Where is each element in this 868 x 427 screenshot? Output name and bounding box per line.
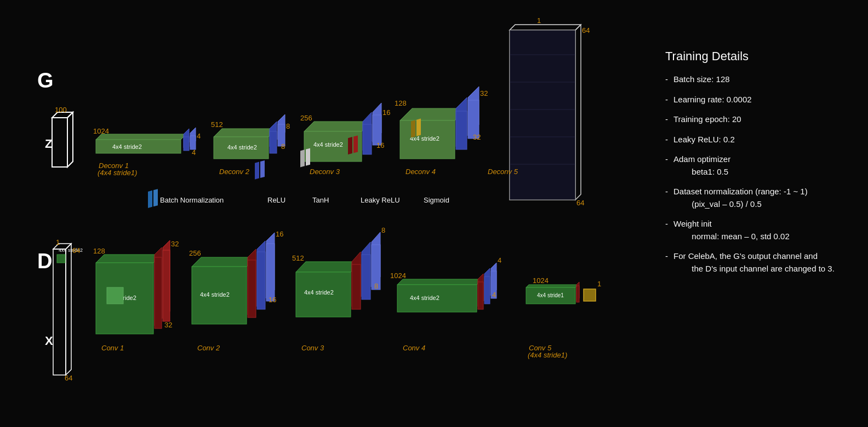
training-detail-item: Dataset normalization (range: -1 ~ 1) (p… [665,186,852,210]
main-container: G Z 100 4x4 stride2 [0,0,868,427]
svg-marker-73 [66,244,71,375]
svg-rect-57 [153,189,158,206]
svg-rect-60 [260,160,265,178]
svg-rect-24 [363,124,372,154]
svg-marker-104 [296,262,361,272]
svg-text:(4x4 stride1): (4x4 stride1) [528,351,567,359]
svg-text:256: 256 [300,114,312,122]
svg-rect-68 [411,120,415,137]
svg-rect-82 [155,257,162,328]
svg-text:1: 1 [597,280,601,288]
svg-marker-79 [96,255,162,263]
deconv4-block: 4x4 stride2 128 32 32 Deconv 4 [395,86,488,176]
svg-text:256: 256 [189,249,201,257]
svg-rect-134 [584,289,596,301]
deconv1-subtitle: (4x4 stride1) [98,169,137,177]
svg-text:16: 16 [276,230,283,238]
conv1-block: 4x4 stride2 128 32 32 Conv 1 [93,240,179,352]
svg-rect-74 [57,255,65,263]
svg-text:4x4 stride2: 4x4 stride2 [200,291,230,298]
svg-text:16: 16 [269,296,276,304]
training-details-title: Training Details [665,49,852,64]
svg-marker-10 [214,129,277,137]
svg-text:128: 128 [93,247,105,255]
svg-text:4: 4 [498,256,501,264]
svg-rect-98 [266,244,275,301]
svg-text:4x4 stride2: 4x4 stride2 [304,289,334,296]
svg-text:ReLU: ReLU [267,196,285,204]
svg-rect-120 [478,282,483,309]
deconv1-1024: 1024 [93,127,109,135]
svg-text:Deconv 3: Deconv 3 [310,168,340,176]
svg-marker-91 [192,257,256,267]
svg-text:Leaky ReLU: Leaky ReLU [361,196,400,204]
z-input-box: 100 [52,106,73,167]
z-label: Z [45,137,52,151]
conv4-block: 4x4 stride2 1024 4 4 Conv 4 [390,256,501,352]
deconv3-block: 4x4 stride2 256 16 16 Deconv 3 [300,103,390,176]
svg-text:16: 16 [382,108,390,117]
svg-rect-69 [416,119,421,136]
deconv1-4w: 4 [197,132,201,140]
svg-text:4: 4 [492,291,496,299]
svg-text:Batch Normalization: Batch Normalization [160,196,224,204]
svg-text:1024: 1024 [390,272,406,280]
svg-text:8: 8 [381,226,385,234]
svg-text:512: 512 [292,254,304,262]
deconv1-block: 4x4 stride2 1024 4 4 Deconv 1 (4x4 strid… [93,127,201,177]
svg-rect-65 [348,137,352,154]
training-detail-item: Learning rate: 0.0002 [665,94,852,106]
svg-text:32: 32 [473,133,481,141]
g-label: G [37,69,54,92]
svg-marker-130 [526,285,578,287]
svg-text:Deconv 5: Deconv 5 [488,168,518,176]
svg-text:4x4 stride1: 4x4 stride1 [537,292,564,298]
svg-text:128: 128 [395,99,407,107]
svg-text:1: 1 [56,238,60,246]
svg-rect-133 [576,286,579,302]
svg-text:TanH: TanH [312,196,329,204]
svg-rect-26 [373,115,381,145]
svg-rect-109 [362,255,370,299]
svg-text:4x4 stride2: 4x4 stride2 [313,141,343,148]
svg-text:64: 64 [65,374,72,382]
svg-text:Sigmoid: Sigmoid [424,196,449,204]
conv2-block: 4x4 stride2 256 16 16 Conv 2 [189,230,283,352]
svg-marker-2 [67,112,73,167]
svg-text:Conv 1: Conv 1 [101,344,124,352]
svg-rect-35 [456,111,467,149]
d-label: D [37,250,52,273]
svg-text:512: 512 [211,120,223,129]
svg-text:Deconv 2: Deconv 2 [219,168,250,176]
svg-text:32: 32 [164,321,172,329]
svg-text:1024: 1024 [533,276,549,285]
svg-marker-117 [397,279,482,285]
svg-rect-84 [163,250,170,321]
deconv2-block: 4x4 stride2 512 8 8 Deconv 2 [211,114,290,176]
svg-rect-56 [148,191,152,208]
svg-text:4x4 stride2: 4x4 stride2 [410,295,439,301]
svg-rect-122 [484,276,490,304]
training-detail-item: Weight init normal: mean – 0, std 0.02 [665,218,852,243]
svg-marker-21 [304,122,372,131]
svg-rect-72 [53,249,66,375]
svg-text:8: 8 [374,282,378,290]
svg-rect-62 [300,149,305,167]
svg-rect-96 [257,252,265,309]
svg-rect-63 [306,148,310,166]
deconv5-block: 1 64 64 Deconv 5 [488,16,590,207]
training-detail-item: Leaky ReLU: 0.2 [665,134,852,146]
svg-text:64: 64 [72,246,80,255]
svg-marker-43 [510,25,581,30]
svg-rect-13 [270,131,277,153]
svg-text:1: 1 [537,16,541,25]
training-detail-item: Batch size: 128 [665,73,852,86]
svg-marker-45 [575,25,581,200]
svg-text:8: 8 [281,142,285,151]
svg-rect-6 [184,137,189,151]
svg-text:32: 32 [171,240,179,248]
training-detail-item: Training epoch: 20 [665,113,852,126]
svg-rect-86 [107,287,123,304]
deconv1-4h: 4 [192,148,196,157]
svg-text:Conv 4: Conv 4 [403,344,425,352]
